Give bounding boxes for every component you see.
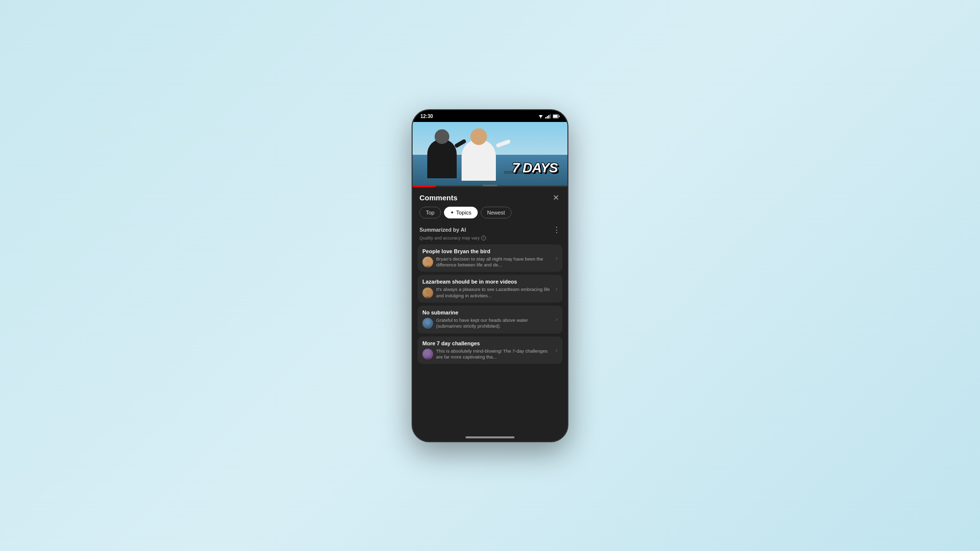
topic-content-submarine: No submarine Grateful to have kept our h… — [422, 310, 554, 330]
wifi-icon — [538, 114, 543, 119]
svg-rect-7 — [553, 115, 558, 118]
topic-content-7daychallenge: More 7 day challenges This is absolutely… — [422, 340, 554, 360]
tab-topics[interactable]: ✦ Topics — [444, 207, 478, 218]
comments-header: Comments ✕ — [413, 187, 567, 207]
ai-summary-subtitle: Quality and accuracy may vary i — [413, 236, 567, 244]
progress-indicator — [483, 185, 497, 186]
avatar-img-7day — [422, 349, 433, 359]
info-icon[interactable]: i — [481, 236, 486, 240]
topic-preview-7daychallenge: This is absolutely mind-blowing! The 7-d… — [436, 348, 554, 360]
topic-row-bryan: Bryan's decision to stay all night may h… — [422, 256, 554, 268]
status-bar: 12:30 — [413, 110, 567, 122]
svg-rect-1 — [545, 117, 546, 119]
svg-rect-4 — [550, 114, 551, 119]
video-thumbnail[interactable]: 7 DAYS — [413, 122, 567, 186]
filter-tabs: Top ✦ Topics Newest — [413, 207, 567, 223]
chevron-right-icon: › — [556, 347, 558, 354]
avatar-img-lazarbean — [422, 287, 433, 298]
topic-content-lazarbean: Lazarbeam should be in more videos It's … — [422, 279, 554, 299]
topic-content-bryan: People love Bryan the bird Bryan's decis… — [422, 248, 554, 268]
svg-point-10 — [425, 259, 430, 264]
signal-icon — [545, 114, 551, 119]
tab-top[interactable]: Top — [419, 207, 441, 218]
tab-topics-label: Topics — [456, 210, 471, 216]
svg-point-11 — [425, 289, 430, 294]
topic-title-submarine: No submarine — [422, 310, 554, 315]
topic-title-bryan: People love Bryan the bird — [422, 248, 554, 254]
video-progress-bar[interactable] — [413, 186, 567, 187]
topic-title-7daychallenge: More 7 day challenges — [422, 340, 554, 346]
topic-card-lazarbean[interactable]: Lazarbeam should be in more videos It's … — [417, 275, 563, 303]
topic-preview-bryan: Bryan's decision to stay all night may h… — [436, 256, 554, 268]
video-overlay-text: 7 DAYS — [512, 160, 558, 176]
tab-newest[interactable]: Newest — [481, 207, 512, 218]
topic-row-7daychallenge: This is absolutely mind-blowing! The 7-d… — [422, 348, 554, 360]
avatar-img-submarine — [422, 318, 433, 329]
close-button[interactable]: ✕ — [551, 193, 561, 203]
topic-card-bryan[interactable]: People love Bryan the bird Bryan's decis… — [417, 244, 563, 272]
avatar-lazarbean — [422, 287, 433, 298]
chevron-right-icon: › — [556, 255, 558, 262]
person-left — [427, 139, 457, 178]
progress-handle-area — [413, 185, 567, 186]
avatar-img-bryan — [422, 257, 433, 267]
comments-panel: Comments ✕ Top ✦ Topics Newest Summarize… — [413, 187, 567, 442]
person-right — [462, 139, 496, 181]
topic-row-lazarbean: It's always a pleasure to see LazarBeam … — [422, 287, 554, 299]
chevron-right-icon: › — [556, 316, 558, 323]
ai-summary-header: Summarized by AI ⋮ — [413, 223, 567, 236]
svg-point-12 — [425, 320, 430, 325]
video-scene: 7 DAYS — [413, 122, 567, 186]
ai-summary-title: Summarized by AI — [419, 227, 466, 233]
svg-rect-3 — [548, 115, 549, 119]
topic-preview-lazarbean: It's always a pleasure to see LazarBeam … — [436, 287, 554, 299]
phone-frame: 12:30 — [412, 109, 568, 442]
comments-title: Comments — [419, 193, 458, 202]
topic-card-submarine[interactable]: No submarine Grateful to have kept our h… — [417, 306, 563, 334]
sparkle-icon: ✦ — [450, 210, 454, 215]
avatar-submarine — [422, 318, 433, 329]
more-options-button[interactable]: ⋮ — [553, 225, 561, 235]
status-time: 12:30 — [420, 114, 433, 119]
avatar-bryan — [422, 257, 433, 267]
svg-rect-6 — [559, 116, 560, 117]
topic-card-7daychallenge[interactable]: More 7 day challenges This is absolutely… — [417, 336, 563, 364]
avatar-7day — [422, 349, 433, 359]
topic-title-lazarbean: Lazarbeam should be in more videos — [422, 279, 554, 285]
bottom-home-indicator — [466, 436, 514, 438]
topic-row-submarine: Grateful to have kept our heads above wa… — [422, 317, 554, 330]
chevron-right-icon: › — [556, 286, 558, 292]
svg-rect-2 — [547, 116, 548, 119]
svg-point-0 — [540, 118, 541, 119]
status-icons — [538, 114, 560, 119]
svg-point-13 — [425, 351, 430, 356]
ai-subtitle-text: Quality and accuracy may vary — [419, 236, 480, 240]
battery-icon — [553, 114, 560, 119]
topic-preview-submarine: Grateful to have kept our heads above wa… — [436, 317, 554, 330]
